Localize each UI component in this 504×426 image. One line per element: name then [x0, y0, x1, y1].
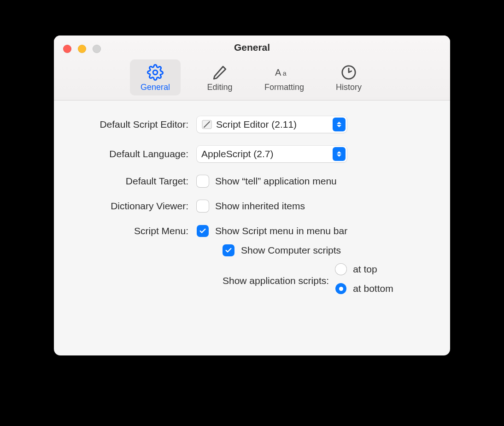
svg-text:a: a	[283, 70, 287, 77]
close-button[interactable]	[63, 45, 71, 53]
content-area: Default Script Editor: Script Editor (2.…	[54, 101, 450, 355]
tab-history-label: History	[336, 83, 362, 92]
default-target-label: Default Target:	[72, 176, 197, 187]
radio-at-bottom-label: at bottom	[353, 283, 393, 294]
popup-chevrons-icon	[333, 147, 346, 161]
radio-at-top[interactable]	[335, 264, 346, 275]
show-tell-menu-label: Show “tell” application menu	[215, 176, 337, 187]
zoom-button[interactable]	[93, 45, 101, 53]
default-script-editor-label: Default Script Editor:	[72, 119, 197, 130]
default-script-editor-popup[interactable]: Script Editor (2.11)	[197, 116, 347, 133]
tab-editing[interactable]: Editing	[194, 59, 245, 95]
script-menu-label: Script Menu:	[72, 225, 197, 237]
text-format-icon: Aa	[275, 63, 293, 82]
svg-text:A: A	[275, 67, 281, 77]
popup-chevrons-icon	[333, 118, 346, 131]
tab-general-label: General	[141, 83, 170, 92]
traffic-lights	[63, 45, 101, 53]
default-language-value: AppleScript (2.7)	[201, 148, 273, 160]
toolbar: General Editing Aa Formatting History	[54, 58, 450, 100]
show-computer-scripts-label: Show Computer scripts	[241, 245, 341, 256]
default-script-editor-value: Script Editor (2.11)	[216, 119, 297, 130]
show-application-scripts-label: Show application scripts:	[223, 275, 329, 286]
tab-editing-label: Editing	[207, 83, 232, 92]
radio-at-bottom[interactable]	[335, 283, 346, 294]
tab-formatting-label: Formatting	[264, 83, 304, 92]
svg-point-0	[153, 70, 158, 75]
show-computer-scripts-checkbox[interactable]	[223, 244, 234, 256]
script-editor-app-icon	[201, 119, 212, 130]
window-title: General	[54, 42, 450, 58]
tab-formatting[interactable]: Aa Formatting	[259, 59, 310, 95]
pencil-icon	[211, 63, 229, 82]
default-language-popup[interactable]: AppleScript (2.7)	[197, 146, 347, 162]
show-inherited-items-label: Show inherited items	[215, 201, 305, 212]
show-script-menu-label: Show Script menu in menu bar	[215, 225, 347, 237]
radio-at-top-label: at top	[353, 264, 377, 275]
show-script-menu-checkbox[interactable]	[197, 225, 209, 237]
gear-icon	[146, 63, 164, 82]
tab-general[interactable]: General	[130, 59, 181, 95]
dictionary-viewer-label: Dictionary Viewer:	[72, 201, 197, 212]
tab-history[interactable]: History	[323, 59, 374, 95]
show-inherited-items-checkbox[interactable]	[197, 200, 209, 212]
clock-icon	[340, 63, 358, 82]
default-language-label: Default Language:	[72, 148, 197, 160]
minimize-button[interactable]	[78, 45, 86, 53]
titlebar: General General Editing Aa Formatting	[54, 36, 450, 101]
preferences-window: General General Editing Aa Formatting	[54, 36, 450, 355]
show-tell-menu-checkbox[interactable]	[197, 175, 209, 187]
